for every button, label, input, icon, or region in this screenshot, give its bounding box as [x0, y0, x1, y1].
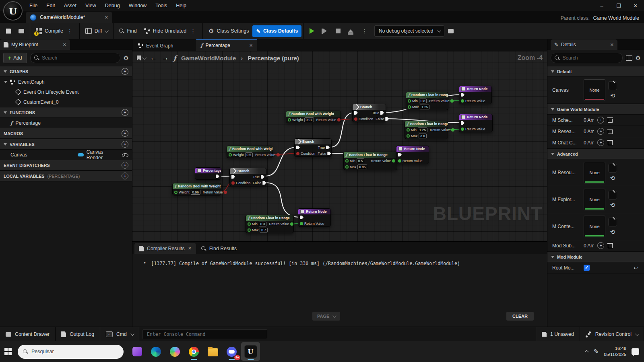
trash-icon[interactable] — [608, 129, 613, 134]
add-graph-icon[interactable]: + — [122, 68, 128, 75]
asset-thumbnail[interactable]: None — [584, 189, 605, 210]
use-selected-asset-icon[interactable]: ⟲ — [610, 202, 615, 209]
details-search-input[interactable] — [561, 55, 618, 61]
taskbar-discord-icon[interactable]: 9+ — [222, 342, 241, 361]
blueprint-search-input[interactable] — [41, 55, 116, 61]
node-random-bool-with-weight[interactable]: ƒRandom Bool with Weight Weight 0.5 Retu… — [227, 146, 273, 158]
unsaved-button[interactable]: 1 Unsaved — [536, 327, 580, 341]
diff-button[interactable]: Diff — [82, 25, 111, 37]
debug-object-dropdown[interactable]: No debug object selected — [374, 25, 444, 37]
return-value-out-pin[interactable] — [392, 159, 395, 162]
tray-chevron-up-icon[interactable] — [585, 350, 589, 354]
bookmark-button[interactable] — [137, 56, 145, 61]
close-icon[interactable]: ✕ — [249, 43, 253, 48]
min-value-field[interactable]: 0.5 — [357, 158, 365, 163]
weight-input-pin[interactable] — [288, 118, 291, 121]
hide-unrelated-options-icon[interactable]: ⋮ — [189, 28, 197, 34]
node-return[interactable]: Return Node Return Value — [459, 86, 492, 104]
node-random-float-in-range[interactable]: ƒRandom Float in Range Min 0.5 Return Va… — [343, 152, 397, 170]
menu-asset[interactable]: Asset — [60, 1, 81, 10]
min-input-pin[interactable] — [345, 159, 349, 162]
tab-percentage[interactable]: ƒ Percentage ✕ — [196, 39, 257, 51]
exec-in-pin[interactable] — [461, 93, 464, 97]
node-random-float-in-range[interactable]: ƒRandom Float in Range Min 0.3 Return Va… — [246, 215, 294, 233]
min-value-field[interactable]: 1.25 — [418, 128, 427, 132]
functions-section-header[interactable]: FUNCTIONS + — [0, 107, 132, 118]
true-exec-out-pin[interactable] — [380, 111, 384, 115]
notifications-icon[interactable] — [632, 348, 639, 355]
section-game-world-module[interactable]: Game World Module — [547, 104, 644, 115]
compile-options-icon[interactable]: ⋮ — [66, 28, 74, 34]
blueprint-search-box[interactable] — [30, 53, 120, 63]
details-tab[interactable]: ✎ Details ✕ — [551, 39, 617, 50]
add-function-icon[interactable]: + — [122, 109, 128, 116]
exec-in-pin[interactable] — [231, 175, 235, 179]
event-on-lifecycle-row[interactable]: Event On Lifecycle Event — [0, 87, 132, 97]
min-input-pin[interactable] — [408, 99, 411, 103]
use-selected-asset-icon[interactable]: ⟲ — [610, 175, 615, 182]
add-variable-icon[interactable]: + — [122, 141, 128, 148]
weight-input-pin[interactable] — [229, 153, 232, 156]
asset-tab-gameworldmodule[interactable]: GameWorldModule* ✕ — [26, 12, 112, 23]
asset-thumbnail[interactable]: None — [584, 79, 605, 101]
menu-tools[interactable]: Tools — [151, 1, 171, 10]
return-value-out-pin[interactable] — [450, 99, 454, 103]
exec-out-pin[interactable] — [216, 175, 219, 178]
add-local-variable-icon[interactable]: + — [122, 173, 128, 179]
return-value-out-pin[interactable] — [451, 128, 454, 132]
min-input-pin[interactable] — [407, 128, 410, 132]
asset-picker-icon[interactable] — [608, 81, 617, 90]
return-value-out-pin[interactable] — [277, 153, 280, 156]
use-selected-asset-icon[interactable]: ⟲ — [610, 228, 615, 236]
exec-in-pin[interactable] — [461, 121, 464, 125]
true-exec-out-pin[interactable] — [261, 175, 264, 179]
exec-in-pin[interactable] — [354, 111, 358, 115]
graphs-section-header[interactable]: GRAPHS + — [0, 66, 132, 77]
frame-skip-button[interactable] — [318, 26, 332, 37]
condition-in-pin[interactable] — [296, 152, 299, 155]
max-value-field[interactable]: 1.25 — [420, 105, 429, 109]
breadcrumb-leaf[interactable]: Percentage (pure) — [248, 55, 299, 62]
play-button[interactable] — [306, 25, 318, 37]
pen-input-icon[interactable]: ✎ — [594, 348, 599, 355]
node-random-bool-with-weight[interactable]: ƒRandom Bool with Weight Weight 0.97 Ret… — [286, 111, 341, 123]
add-macro-icon[interactable]: + — [122, 130, 128, 137]
back-arrow-icon[interactable]: ← — [150, 54, 157, 62]
hide-unrelated-button[interactable]: Hide Unrelated ⋮ — [140, 25, 200, 37]
console-command-input[interactable] — [146, 331, 264, 337]
browse-button[interactable] — [15, 26, 28, 36]
close-icon[interactable]: ✕ — [188, 246, 192, 251]
max-input-pin[interactable] — [408, 105, 411, 109]
minimize-button[interactable]: – — [593, 0, 610, 11]
exec-in-pin[interactable] — [300, 216, 303, 219]
weight-value-field[interactable]: 0.96 — [191, 190, 200, 195]
menu-file[interactable]: File — [25, 1, 42, 10]
node-return[interactable]: Return Node Return Value — [396, 146, 429, 164]
max-value-field[interactable]: 3.0 — [419, 134, 427, 138]
eject-button[interactable] — [344, 27, 357, 35]
menu-edit[interactable]: Edit — [42, 1, 60, 10]
trash-icon[interactable] — [608, 117, 613, 123]
close-button[interactable]: ✕ — [627, 0, 644, 11]
find-button[interactable]: Find — [116, 25, 140, 37]
restore-button[interactable]: ❐ — [610, 0, 627, 11]
add-button[interactable]: + Add — [3, 53, 27, 63]
details-search-box[interactable] — [551, 53, 623, 63]
trash-icon[interactable] — [608, 243, 613, 248]
trash-icon[interactable] — [608, 140, 613, 145]
asset-thumbnail[interactable]: None — [584, 162, 605, 183]
menu-help[interactable]: Help — [171, 1, 191, 10]
min-value-field[interactable]: 0.8 — [419, 99, 427, 103]
clear-button[interactable]: CLEAR — [506, 312, 534, 321]
close-icon[interactable]: ✕ — [105, 15, 108, 20]
close-icon[interactable]: ✕ — [610, 42, 614, 47]
condition-in-pin[interactable] — [354, 117, 357, 121]
forward-arrow-icon[interactable]: → — [162, 54, 169, 62]
return-value-in-pin[interactable] — [300, 222, 303, 225]
node-random-bool-with-weight[interactable]: ƒRandom Bool with Weight Weight 0.96 Ret… — [172, 183, 221, 195]
weight-value-field[interactable]: 0.5 — [245, 152, 253, 157]
node-random-float-in-range[interactable]: ƒRandom Float in Range Min 1.25 Return V… — [405, 121, 448, 139]
display-filter-icon[interactable] — [626, 55, 632, 61]
taskbar-clipchamp-icon[interactable] — [128, 342, 147, 361]
node-branch[interactable]: Branch True Condition False — [294, 138, 332, 157]
